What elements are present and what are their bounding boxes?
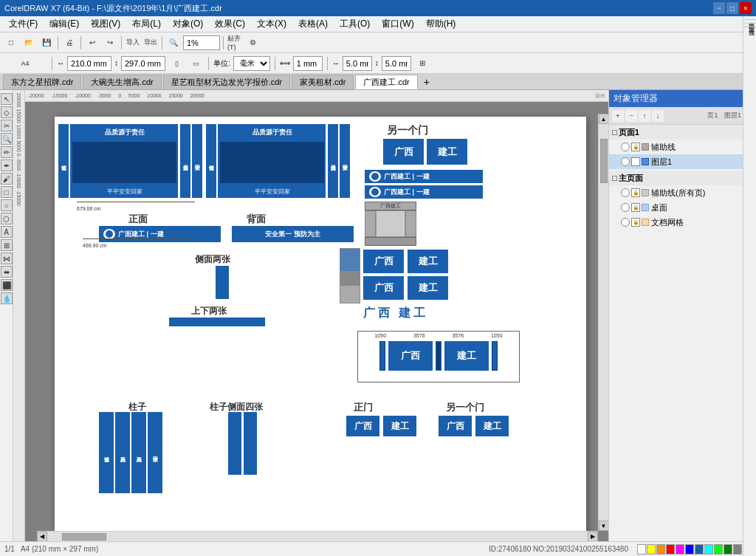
eye-icon[interactable] [621,143,630,151]
table-tool[interactable]: ⊞ [1,239,13,251]
color-swatch-green[interactable] [714,544,723,555]
horizontal-scrollbar[interactable]: ◀ ▶ [37,531,598,541]
color-swatch-darkblue[interactable] [695,544,704,555]
eye-icon-2[interactable] [621,157,630,166]
freehand-tool[interactable]: ✏ [1,146,13,158]
snap-button[interactable]: 贴齐(T) [227,35,243,51]
eye-icon-3[interactable] [621,188,630,197]
tab-jiamei[interactable]: 家美租材.cdr [292,75,354,89]
eye-icon-4[interactable] [621,203,630,212]
color-dropper[interactable]: 💧 [1,292,13,304]
menu-window[interactable]: 窗口(W) [376,16,419,32]
menu-tools[interactable]: 工具(O) [334,16,376,32]
new-tab-button[interactable]: + [419,75,434,89]
options-button[interactable]: ⚙ [244,35,261,51]
canvas[interactable]: 诚信创造价值 高高兴兴上班 品质源于责任 平平安安回家 品质源于责任 平平安安回… [25,102,608,541]
new-button[interactable]: □ [3,35,19,51]
layer-down-button[interactable]: ↓ [652,110,664,122]
menu-text[interactable]: 文本(X) [251,16,292,32]
open-button[interactable]: 📂 [21,35,37,51]
close-button[interactable]: × [740,2,752,14]
menu-table[interactable]: 表格(A) [292,16,334,32]
crop-tool[interactable]: ✂ [1,120,13,131]
layer-new-button[interactable]: + [612,110,624,122]
unit-select[interactable]: 毫米 [233,56,270,71]
lock-icon-5[interactable]: 🔒 [631,218,640,227]
doc-grid-layer[interactable]: 🔒 文档网格 [609,215,756,230]
connector-tool[interactable]: ⬌ [1,266,13,278]
grid-button[interactable]: ⊞ [414,55,430,72]
color-swatch-cyan[interactable] [704,544,713,555]
menu-help[interactable]: 帮助(H) [420,16,462,32]
guide-layer-1[interactable]: 🔒 辅助线 [609,140,756,154]
menu-edit[interactable]: 编辑(E) [44,16,85,32]
shape-tool[interactable]: ◇ [1,106,13,118]
vertical-scrollbar[interactable]: ▲ ▼ [598,114,608,531]
guide-all-pages[interactable]: 🔒 辅助线(所有页) [609,185,756,200]
layer-delete-button[interactable]: － [625,110,637,122]
tab-guangxi[interactable]: 广西建工.cdr [355,75,417,89]
polygon-tool[interactable]: ⬡ [1,213,13,224]
export-button[interactable]: 导出 [142,35,159,51]
menu-object[interactable]: 对象(O) [167,16,209,32]
print-button[interactable]: 🖨 [61,35,78,51]
lock-icon[interactable]: 🔒 [631,143,640,151]
eye-icon-5[interactable] [621,218,630,227]
parallel-tool[interactable]: ⋈ [1,253,13,264]
menu-file[interactable]: 文件(F) [3,16,44,32]
zoom-tool[interactable]: 🔍 [1,133,13,145]
window-controls[interactable]: － □ × [713,2,752,14]
lock-icon-4[interactable]: 🔒 [631,203,640,212]
color-swatch-red[interactable] [666,544,675,555]
canvas-area[interactable]: -20000 -15000 -10000 -5000 0 5000 10000 … [13,90,608,541]
tab-xingyi[interactable]: 星艺租型材无边发光字报价.cdr [163,75,290,89]
zoom-input[interactable] [183,35,220,50]
text-tool[interactable]: A [1,226,13,238]
page-select[interactable]: A4 [3,55,47,72]
main-page-item[interactable]: □ 主页面 [609,171,756,185]
color-swatch-blue[interactable] [685,544,694,555]
minimize-button[interactable]: － [713,2,725,14]
snap-x-input[interactable] [343,56,372,71]
color-swatch-darkgreen[interactable] [724,544,732,555]
tab-dongfang[interactable]: 东方之星招牌.cdr [3,75,81,89]
art-tool[interactable]: 🖌 [1,173,13,185]
ellipse-tool[interactable]: ○ [1,199,13,211]
scroll-down-button[interactable]: ▼ [599,521,609,531]
menu-effect[interactable]: 效果(C) [209,16,251,32]
snap-y-input[interactable] [382,56,411,71]
height-input[interactable] [121,56,165,71]
scroll-thumb-h[interactable] [62,533,106,540]
color-swatch-white[interactable] [637,544,646,555]
menu-view[interactable]: 视图(V) [85,16,126,32]
width-input[interactable] [67,56,111,71]
nudge-input[interactable] [293,56,323,71]
portrait-button[interactable]: ▯ [168,55,185,72]
scroll-left-button[interactable]: ◀ [37,532,47,542]
bezier-tool[interactable]: ✒ [1,159,13,171]
lock-icon-3[interactable]: 🔒 [631,188,640,197]
tab-dawang[interactable]: 大碗先生增高.cdr [83,75,161,89]
color-swatch-gray[interactable] [733,544,742,555]
lock-icon-2[interactable] [631,157,640,166]
color-palette[interactable] [637,544,752,555]
fill-tool[interactable]: ⬛ [1,279,13,291]
rect-tool[interactable]: □ [1,186,13,198]
undo-button[interactable]: ↩ [84,35,100,51]
layer-up-button[interactable]: ↑ [639,110,650,122]
menu-layout[interactable]: 布局(L) [126,16,167,32]
redo-button[interactable]: ↪ [102,35,118,51]
color-swatch-yellow[interactable] [647,544,656,555]
object-properties-tab[interactable]: 属性 [743,24,756,27]
desktop-layer[interactable]: 🔒 桌面 [609,200,756,215]
save-button[interactable]: 💾 [38,35,55,51]
scroll-thumb-v[interactable] [600,139,608,183]
landscape-button[interactable]: ▭ [188,55,204,72]
maximize-button[interactable]: □ [726,2,738,14]
import-button[interactable]: 导入 [125,35,141,51]
color-swatch-orange[interactable] [656,544,665,555]
select-tool[interactable]: ↖ [1,93,13,105]
layer-1-item[interactable]: 图层1 [609,154,756,169]
color-swatch-magenta[interactable] [676,544,684,555]
scroll-up-button[interactable]: ▲ [599,114,609,124]
